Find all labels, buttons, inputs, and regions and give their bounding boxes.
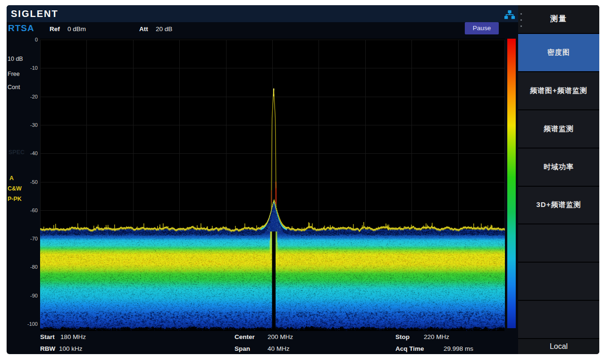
menu-title: 测量	[518, 5, 599, 33]
spec-label: SPEC	[8, 149, 25, 156]
y-tick--60: -60	[24, 207, 38, 213]
y-tick--80: -80	[24, 264, 38, 270]
y-tick--90: -90	[24, 293, 38, 298]
rbw-label: RBW	[40, 345, 55, 352]
pause-button[interactable]: Pause	[465, 22, 499, 34]
rbw-value[interactable]: 100 kHz	[59, 345, 83, 352]
menu-item-1[interactable]: 密度图	[518, 33, 599, 71]
y-tick--50: -50	[24, 179, 38, 185]
trace-label: A	[9, 175, 14, 182]
y-tick--20: -20	[24, 94, 38, 99]
center-label: Center	[235, 333, 255, 340]
softkey-menu: 测量 密度图频谱图+频谱监测频谱监测时域功率3D+频谱监测 Local	[518, 5, 599, 354]
peak-detector-label: P-PK	[8, 196, 22, 202]
acq-time-value[interactable]: 29.998 ms	[444, 345, 473, 352]
ref-value[interactable]: 0 dBm	[67, 25, 86, 33]
y-tick--100: -100	[24, 321, 38, 327]
menu-item-8[interactable]	[518, 300, 599, 338]
stop-value[interactable]: 220 MHz	[424, 333, 449, 340]
menu-item-2[interactable]: 频谱图+频谱监测	[518, 71, 599, 109]
acq-time-label: Acq Time	[395, 345, 424, 352]
y-tick--40: -40	[24, 150, 38, 156]
mode-label: RTSA	[8, 23, 34, 33]
scale-label[interactable]: 10 dB	[8, 56, 23, 62]
start-value[interactable]: 180 MHz	[60, 333, 86, 340]
menu-item-4[interactable]: 时域功率	[518, 148, 599, 186]
local-button[interactable]: Local	[518, 338, 599, 354]
menu-item-5[interactable]: 3D+频谱监测	[518, 186, 599, 224]
analyzer-screen: SIGLENT RTSA Ref 0 dBm Att 20 dB Pause 0…	[7, 5, 599, 354]
span-label: Span	[235, 345, 250, 352]
network-icon[interactable]	[504, 9, 515, 21]
spectrum-density-plot[interactable]	[40, 39, 505, 331]
top-bar	[7, 5, 518, 22]
trigger-label[interactable]: Free	[8, 71, 20, 77]
y-tick--30: -30	[24, 122, 38, 128]
brand-logo: SIGLENT	[11, 8, 59, 19]
density-colorbar	[507, 39, 516, 328]
y-tick--70: -70	[24, 236, 38, 241]
menu-item-6[interactable]	[518, 223, 599, 262]
detector-label: C&W	[8, 185, 22, 192]
y-tick--10: -10	[24, 65, 38, 71]
y-tick-0: 0	[24, 37, 38, 42]
ref-label: Ref	[50, 25, 60, 33]
att-value[interactable]: 20 dB	[156, 25, 172, 33]
menu-item-7[interactable]	[518, 262, 599, 300]
stop-label: Stop	[395, 333, 410, 340]
sweep-label[interactable]: Cont	[8, 84, 20, 91]
span-value[interactable]: 40 MHz	[268, 345, 290, 352]
menu-handle-dots	[520, 13, 522, 32]
menu-item-3[interactable]: 频谱监测	[518, 109, 599, 148]
start-label: Start	[40, 333, 55, 340]
att-label: Att	[139, 25, 148, 33]
center-value[interactable]: 200 MHz	[268, 333, 293, 340]
